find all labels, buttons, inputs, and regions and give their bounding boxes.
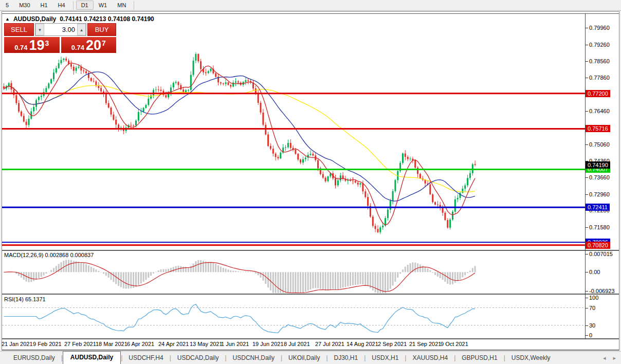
axis-tick-mark bbox=[586, 61, 588, 62]
timeframe-button-m30[interactable]: M30 bbox=[14, 1, 35, 10]
buy-price-display[interactable]: 0.74207 bbox=[61, 37, 117, 53]
timeframe-toolbar: 5M30H1H4D1W1MN bbox=[0, 0, 621, 11]
volume-increase-button[interactable]: ▴ bbox=[77, 24, 86, 35]
timeframe-button-5[interactable]: 5 bbox=[1, 1, 14, 10]
rsi-tick-30: 30 bbox=[589, 322, 595, 329]
axis-tick-mark bbox=[586, 111, 588, 112]
sell-price-sup: 3 bbox=[45, 39, 49, 47]
level-price-label-0.70820: 0.70820 bbox=[586, 242, 610, 249]
tabs-scroll-right-icon[interactable]: ▸ bbox=[613, 355, 616, 361]
date-label-8-jul-2021: 8 Jul 2021 bbox=[284, 341, 310, 347]
axis-tick-mark bbox=[586, 298, 588, 298]
axis-tick-mark bbox=[586, 227, 588, 228]
axis-tick-mark bbox=[586, 28, 588, 28]
current-price-label: 0.74190 bbox=[586, 161, 610, 169]
timeframe-button-h1[interactable]: H1 bbox=[35, 1, 53, 10]
collapse-trade-panel-icon[interactable]: ▲ bbox=[5, 16, 10, 22]
chart-tab-dj30-h1[interactable]: DJ30,H1 bbox=[328, 352, 364, 364]
price-tick-0.79260: 0.79260 bbox=[589, 42, 610, 48]
tabs-navigation: ◂ ▸ bbox=[603, 355, 616, 361]
chart-tab-usdcad-daily[interactable]: USDCAD,Daily bbox=[171, 352, 225, 364]
axis-tick-mark bbox=[586, 272, 588, 272]
rsi-tick-70: 70 bbox=[589, 305, 595, 311]
date-label-21-sep-2021: 21 Sep 2021 bbox=[409, 341, 441, 347]
chart-tab-xauusd-h4[interactable]: XAUUSD,H4 bbox=[406, 352, 454, 364]
sell-price-display[interactable]: 0.74193 bbox=[4, 37, 60, 53]
chart-tab-usdchf-h4[interactable]: USDCHF,H4 bbox=[122, 352, 169, 364]
chart-tab-usdx-weekly[interactable]: USDX,Weekly bbox=[505, 352, 557, 364]
buy-price-prefix: 0.74 bbox=[71, 43, 84, 52]
date-label-24-apr-2021: 24 Apr 2021 bbox=[158, 341, 189, 347]
one-click-trading-panel: SELL ▾ 3.00 ▴ BUY 0.74193 0.74207 bbox=[4, 23, 116, 53]
chart-tab-usdx-h1[interactable]: USDX,H1 bbox=[366, 352, 405, 364]
buy-price-big: 20 bbox=[86, 39, 101, 52]
date-label-14-aug-2021: 14 Aug 2021 bbox=[346, 341, 378, 347]
axis-tick-mark bbox=[586, 308, 588, 308]
axis-tick-mark bbox=[586, 335, 588, 336]
date-label-13-may-2021: 13 May 2021 bbox=[190, 341, 223, 347]
rsi-tick-0: 0 bbox=[589, 332, 592, 338]
volume-spinner: ▾ 3.00 ▴ bbox=[35, 23, 86, 36]
date-label-21-jan-2021: 21 Jan 2021 bbox=[2, 341, 33, 347]
price-tick-0.76460: 0.76460 bbox=[589, 108, 610, 114]
axis-tick-mark bbox=[586, 254, 588, 254]
price-tick-0.79960: 0.79960 bbox=[589, 25, 610, 31]
timeframe-button-mn[interactable]: MN bbox=[112, 1, 131, 10]
sell-price-big: 19 bbox=[29, 39, 44, 52]
axis-tick-mark bbox=[586, 144, 588, 145]
volume-decrease-button[interactable]: ▾ bbox=[35, 24, 44, 35]
date-label-1-jun-2021: 1 Jun 2021 bbox=[221, 341, 249, 347]
sell-price-prefix: 0.74 bbox=[14, 43, 27, 52]
date-label-6-apr-2021: 6 Apr 2021 bbox=[127, 341, 154, 347]
axis-tick-mark bbox=[586, 177, 588, 178]
rsi-indicator-canvas[interactable] bbox=[2, 295, 585, 338]
timeframe-button-d1[interactable]: D1 bbox=[76, 1, 94, 10]
level-price-label-0.75716: 0.75716 bbox=[586, 125, 610, 132]
chart-ohlc-values: 0.74141 0.74213 0.74108 0.74190 bbox=[60, 15, 154, 23]
price-axis-line bbox=[585, 13, 586, 339]
price-tick-0.71580: 0.71580 bbox=[589, 224, 610, 230]
date-label-27-jul-2021: 27 Jul 2021 bbox=[315, 341, 344, 347]
timeframe-button-w1[interactable]: W1 bbox=[94, 1, 113, 10]
chart-title: ▲ AUDUSD,Daily 0.74141 0.74213 0.74108 0… bbox=[5, 15, 154, 23]
axis-tick-mark bbox=[586, 291, 588, 292]
buy-button[interactable]: BUY bbox=[87, 23, 116, 36]
macd-tick--0.006923: -0.006923 bbox=[589, 288, 615, 294]
macd-tick-0.007015: 0.007015 bbox=[589, 251, 613, 257]
rsi-label: RSI(14) 65.1371 bbox=[4, 296, 46, 302]
price-tick-0.78560: 0.78560 bbox=[589, 58, 610, 64]
chart-tab-ukoil-daily[interactable]: UKOil,Daily bbox=[282, 352, 326, 364]
axis-tick-mark bbox=[586, 325, 588, 326]
axis-tick-mark bbox=[586, 194, 588, 195]
date-label-2-sep-2021: 2 Sep 2021 bbox=[378, 341, 407, 347]
toolbar-separator bbox=[73, 1, 74, 10]
level-price-label-0.77200: 0.77200 bbox=[586, 90, 610, 97]
buy-price-sup: 7 bbox=[102, 39, 106, 47]
chart-symbol-label: AUDUSD,Daily bbox=[13, 15, 56, 23]
chart-tab-audusd-daily[interactable]: AUDUSD,Daily bbox=[63, 351, 121, 364]
timeframe-button-h4[interactable]: H4 bbox=[53, 1, 70, 10]
sell-button[interactable]: SELL bbox=[4, 23, 34, 36]
rsi-tick-100: 100 bbox=[589, 295, 598, 301]
price-tick-0.75060: 0.75060 bbox=[589, 141, 610, 148]
level-price-label-0.72411: 0.72411 bbox=[586, 204, 610, 211]
axis-tick-mark bbox=[586, 78, 588, 78]
tabs-scroll-left-icon[interactable]: ◂ bbox=[603, 355, 606, 361]
chart-tab-gbpusd-h1[interactable]: GBPUSD,H1 bbox=[455, 352, 503, 364]
chart-tab-usdcnh-daily[interactable]: USDCNH,Daily bbox=[227, 352, 281, 364]
price-tick-0.73660: 0.73660 bbox=[589, 174, 610, 180]
price-tick-0.77860: 0.77860 bbox=[589, 75, 610, 81]
date-label-19-jun-2021: 19 Jun 2021 bbox=[252, 341, 284, 347]
chart-tab-eurusd-daily[interactable]: EURUSD,Daily bbox=[7, 352, 61, 364]
date-label-9-feb-2021: 9 Feb 2021 bbox=[33, 341, 62, 347]
toolbar-separator bbox=[134, 1, 134, 10]
volume-input[interactable]: 3.00 bbox=[44, 24, 77, 35]
date-axis-separator bbox=[2, 338, 619, 339]
date-label-9-oct-2021: 9 Oct 2021 bbox=[441, 341, 468, 347]
date-label-18-mar-2021: 18 Mar 2021 bbox=[96, 341, 127, 347]
price-tick-0.72960: 0.72960 bbox=[589, 191, 610, 197]
axis-tick-mark bbox=[586, 45, 588, 45]
macd-label: MACD(12,26,9) 0.002868 0.000837 bbox=[4, 252, 94, 258]
window-bottom-border bbox=[2, 350, 619, 350]
chart-tabs-bar: EURUSD,Daily|AUDUSD,Daily|USDCHF,H4|USDC… bbox=[0, 351, 621, 364]
